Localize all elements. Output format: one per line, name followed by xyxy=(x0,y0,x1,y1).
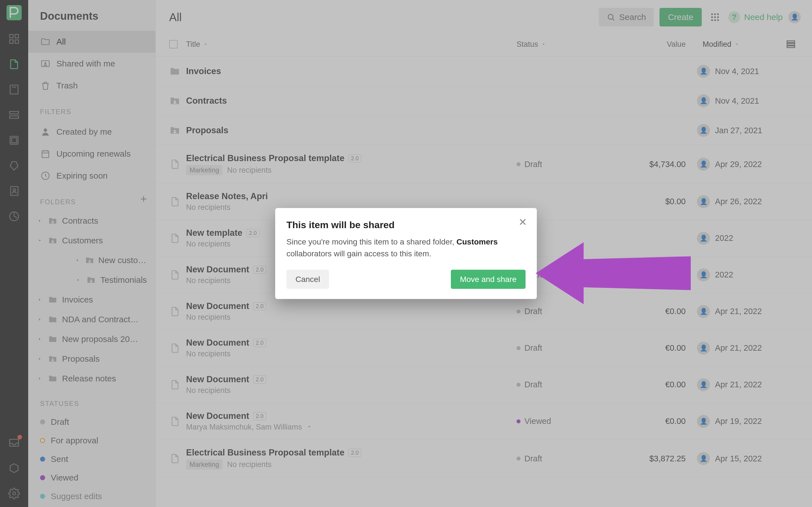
annotation-arrow xyxy=(536,228,694,320)
share-confirm-modal: ✕ This item will be shared Since you're … xyxy=(275,208,537,299)
close-button[interactable]: ✕ xyxy=(517,217,528,228)
modal-body: Since you're moving this item to a share… xyxy=(287,236,525,260)
move-and-share-button[interactable]: Move and share xyxy=(451,270,525,289)
cancel-button[interactable]: Cancel xyxy=(287,270,329,289)
modal-title: This item will be shared xyxy=(287,219,525,230)
